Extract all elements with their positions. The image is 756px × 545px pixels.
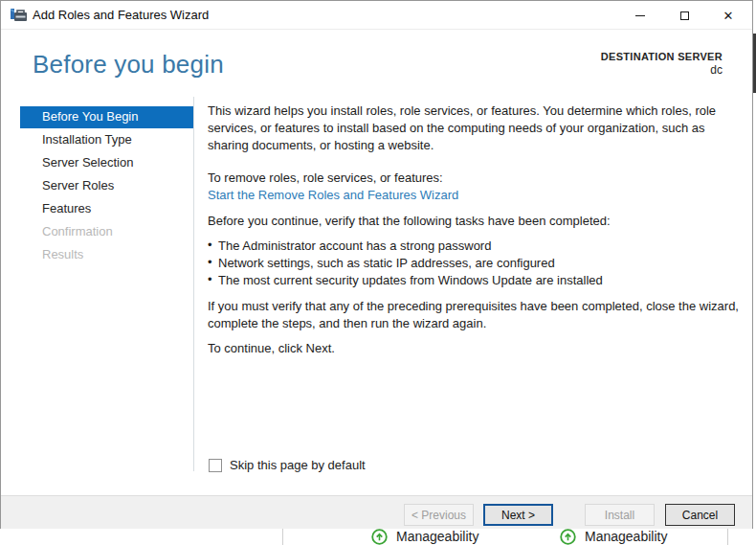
manageability-label: Manageability bbox=[396, 529, 478, 544]
close-button[interactable]: ✕ bbox=[706, 1, 750, 30]
manageability-status-icon bbox=[371, 529, 388, 545]
page-title: Before you begin bbox=[33, 50, 224, 79]
install-button: Install bbox=[585, 504, 655, 526]
continue-paragraph: To continue, click Next. bbox=[208, 340, 744, 357]
add-roles-features-wizard-dialog: Add Roles and Features Wizard ✕ Before y… bbox=[0, 0, 753, 529]
sidebar-item-server-roles[interactable]: Server Roles bbox=[20, 175, 193, 197]
skip-page-checkbox[interactable] bbox=[209, 459, 222, 472]
previous-button: < Previous bbox=[404, 504, 474, 526]
server-manager-icon bbox=[11, 8, 27, 23]
sidebar-divider bbox=[193, 97, 194, 471]
manageability-label: Manageability bbox=[585, 529, 667, 544]
intro-paragraph: This wizard helps you install roles, rol… bbox=[208, 102, 744, 154]
screen: Manageability Manageability Add Roles an… bbox=[0, 0, 756, 545]
remove-roles-features-wizard-link[interactable]: Start the Remove Roles and Features Wiza… bbox=[208, 188, 458, 202]
maximize-button[interactable] bbox=[662, 1, 706, 30]
close-icon: ✕ bbox=[723, 9, 734, 23]
note-paragraph: If you must verify that any of the prece… bbox=[208, 298, 744, 332]
title-bar[interactable]: Add Roles and Features Wizard ✕ bbox=[1, 1, 752, 30]
verify-heading: Before you continue, verify that the fol… bbox=[208, 213, 744, 230]
task-item: The Administrator account has a strong p… bbox=[208, 238, 744, 255]
next-button[interactable]: Next > bbox=[483, 504, 553, 526]
cancel-button[interactable]: Cancel bbox=[665, 504, 735, 526]
task-item: The most current security updates from W… bbox=[208, 272, 744, 289]
sidebar-item-results: Results bbox=[20, 244, 193, 266]
sidebar-item-features[interactable]: Features bbox=[20, 198, 193, 220]
window-title: Add Roles and Features Wizard bbox=[33, 8, 209, 22]
manageability-status-icon bbox=[560, 529, 576, 545]
background-server-manager: Manageability Manageability bbox=[0, 528, 756, 545]
background-column-divider bbox=[727, 528, 728, 545]
wizard-steps-sidebar: Before You Begin Installation Type Serve… bbox=[20, 106, 193, 267]
destination-server-label: DESTINATION SERVER bbox=[601, 51, 723, 62]
skip-page-row: Skip this page by default bbox=[209, 458, 366, 472]
minimize-icon bbox=[635, 15, 645, 16]
prerequisite-task-list: The Administrator account has a strong p… bbox=[208, 238, 744, 289]
maximize-icon bbox=[680, 11, 689, 20]
manageability-row: Manageability bbox=[560, 529, 667, 545]
wizard-header: Before you begin DESTINATION SERVER dc bbox=[1, 31, 752, 94]
wizard-page-content: This wizard helps you install roles, rol… bbox=[208, 96, 744, 357]
manageability-row: Manageability bbox=[371, 529, 478, 545]
minimize-button[interactable] bbox=[618, 1, 662, 30]
skip-page-checkbox-label: Skip this page by default bbox=[230, 458, 366, 472]
sidebar-item-confirmation: Confirmation bbox=[20, 221, 193, 243]
task-item: Network settings, such as static IP addr… bbox=[208, 255, 744, 272]
sidebar-item-before-you-begin[interactable]: Before You Begin bbox=[20, 106, 193, 128]
remove-heading: To remove roles, role services, or featu… bbox=[208, 170, 744, 187]
sidebar-item-installation-type[interactable]: Installation Type bbox=[20, 129, 193, 151]
wizard-footer: < Previous Next > Install Cancel bbox=[1, 495, 752, 529]
background-column-divider bbox=[282, 528, 283, 545]
sidebar-item-server-selection[interactable]: Server Selection bbox=[20, 152, 193, 174]
window-controls: ✕ bbox=[618, 1, 750, 30]
destination-server-block: DESTINATION SERVER dc bbox=[601, 51, 723, 77]
destination-server-value: dc bbox=[601, 63, 723, 77]
